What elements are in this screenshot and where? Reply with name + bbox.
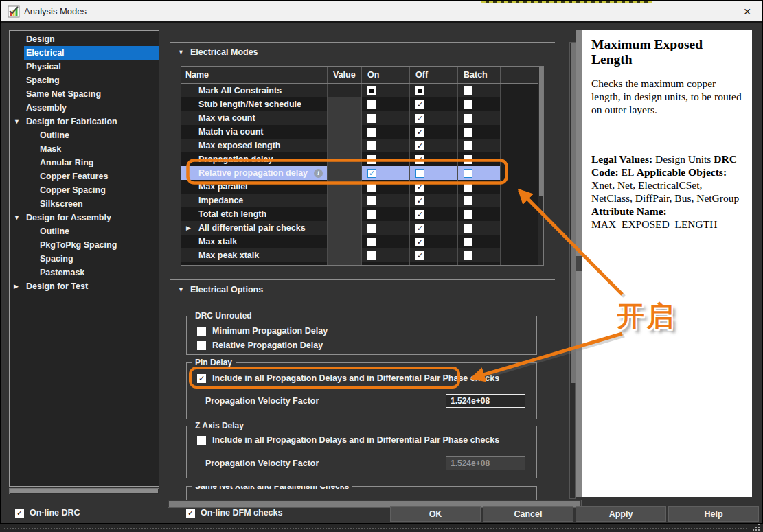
z-axis-include-checkbox[interactable] (197, 436, 206, 445)
column-header-on[interactable]: On (362, 67, 410, 83)
on-checkbox[interactable] (367, 86, 376, 95)
on-checkbox[interactable] (367, 100, 376, 109)
off-checkbox[interactable]: ✓ (415, 210, 424, 219)
sidebar-item-electrical[interactable]: Electrical (24, 46, 159, 60)
cancel-button[interactable]: Cancel (483, 506, 573, 522)
batch-checkbox[interactable] (464, 210, 472, 219)
batch-checkbox[interactable] (464, 224, 472, 233)
sidebar-hscrollbar[interactable] (9, 488, 159, 494)
off-checkbox[interactable]: ✓ (415, 114, 424, 123)
column-header-name[interactable]: Name (181, 67, 328, 83)
table-row-max-parallel[interactable]: Max parallel✓ (181, 180, 538, 194)
off-checkbox[interactable]: ✓ (415, 141, 424, 150)
batch-checkbox[interactable] (464, 183, 472, 192)
on-checkbox[interactable] (367, 141, 376, 150)
off-checkbox[interactable]: ✓ (415, 251, 424, 260)
off-checkbox[interactable] (415, 86, 424, 95)
on-checkbox[interactable] (367, 210, 376, 219)
batch-checkbox[interactable] (464, 265, 472, 266)
ok-button[interactable]: OK (390, 506, 481, 522)
on-checkbox[interactable] (367, 155, 376, 164)
batch-checkbox[interactable] (464, 100, 472, 109)
pin-delay-include-checkbox[interactable]: ✓ (197, 374, 206, 383)
off-checkbox[interactable]: ✓ (415, 128, 424, 137)
table-row-propagation-delay[interactable]: Propagation delay✓ (181, 152, 538, 166)
on-checkbox[interactable] (367, 128, 376, 137)
help-vscroll-thumb[interactable] (576, 256, 582, 271)
sidebar-item-design-for-assembly[interactable]: ▼Design for Assembly (10, 211, 159, 224)
batch-checkbox[interactable] (464, 114, 472, 123)
off-checkbox[interactable]: ✓ (415, 155, 424, 164)
row-value-cell[interactable] (328, 111, 362, 125)
row-value-cell[interactable] (328, 235, 362, 248)
help-button[interactable]: Help (668, 506, 759, 522)
row-value-cell[interactable] (328, 152, 362, 166)
row-value-cell[interactable] (328, 207, 362, 221)
row-value-cell[interactable] (328, 125, 362, 139)
sidebar-item-pastemask[interactable]: Pastemask (10, 266, 159, 279)
tree-expanded-icon[interactable]: ▼ (14, 214, 26, 221)
tree-collapsed-icon[interactable]: ▶ (14, 283, 26, 290)
on-checkbox[interactable] (367, 196, 376, 205)
off-checkbox[interactable]: ✓ (415, 183, 424, 192)
online-drc-checkbox[interactable]: ✓ (15, 509, 24, 518)
table-vscrollbar[interactable] (538, 67, 543, 265)
table-row-max-exposed-length[interactable]: Max exposed length✓ (181, 139, 538, 152)
row-value-cell[interactable] (328, 194, 362, 207)
sidebar-item-physical[interactable]: Physical (10, 60, 159, 73)
sidebar-item-design[interactable]: Design (10, 32, 159, 46)
table-row-match-via-count[interactable]: Match via count✓ (181, 125, 538, 139)
on-checkbox[interactable] (367, 114, 376, 123)
sidebar-item-spacing[interactable]: Spacing (10, 252, 159, 266)
info-icon[interactable]: i (314, 169, 323, 178)
batch-checkbox[interactable] (464, 155, 472, 164)
sidebar-item-annular-ring[interactable]: Annular Ring (10, 156, 159, 170)
batch-checkbox[interactable] (464, 238, 472, 246)
on-checkbox[interactable]: ✓ (367, 169, 376, 178)
sidebar-item-copper-features[interactable]: Copper Features (10, 170, 159, 183)
table-row-total-etch-length[interactable]: Total etch length✓ (181, 207, 538, 221)
sidebar-hscroll-thumb[interactable] (10, 489, 158, 493)
row-value-cell[interactable] (328, 97, 362, 111)
sidebar-item-design-for-fabrication[interactable]: ▼Design for Fabrication (10, 115, 159, 128)
table-row-max-via-count[interactable]: Max via count✓ (181, 111, 538, 125)
batch-checkbox[interactable] (464, 251, 472, 260)
batch-checkbox[interactable] (464, 169, 472, 178)
on-checkbox[interactable] (367, 183, 376, 192)
minimum-propagation-delay-checkbox[interactable] (197, 327, 206, 336)
row-value-cell[interactable] (328, 221, 362, 235)
sidebar-item-silkscreen[interactable]: Silkscreen (10, 197, 159, 211)
on-checkbox[interactable] (367, 265, 376, 266)
row-value-cell[interactable] (328, 262, 362, 265)
help-vscrollbar[interactable] (576, 30, 582, 497)
batch-checkbox[interactable] (464, 141, 472, 150)
tree-expanded-icon[interactable]: ▼ (14, 118, 26, 125)
table-row-stub-length-net-schedule[interactable]: Stub length/Net schedule✓ (181, 97, 538, 111)
column-header-batch[interactable]: Batch (458, 67, 501, 83)
column-header-off[interactable]: Off (410, 67, 458, 83)
off-checkbox[interactable]: ✓ (415, 100, 424, 109)
table-row-impedance[interactable]: Impedance✓ (181, 194, 538, 207)
table-row-item[interactable]: ✓ (181, 262, 538, 265)
table-row-max-peak-xtalk[interactable]: Max peak xtalk✓ (181, 248, 538, 262)
column-header-value[interactable]: Value (328, 67, 362, 83)
sidebar-item-same-net-spacing[interactable]: Same Net Spacing (10, 87, 159, 101)
electrical-options-header[interactable]: ▼ Electrical Options (178, 285, 263, 294)
batch-checkbox[interactable] (464, 128, 472, 137)
on-checkbox[interactable] (367, 251, 376, 260)
off-checkbox[interactable] (415, 169, 424, 178)
sidebar-item-outline[interactable]: Outline (10, 224, 159, 238)
pin-delay-pvf-input[interactable]: 1.524e+08 (446, 394, 525, 408)
electrical-modes-header[interactable]: ▼ Electrical Modes (178, 47, 258, 57)
sidebar-item-copper-spacing[interactable]: Copper Spacing (10, 183, 159, 197)
sidebar-item-design-for-test[interactable]: ▶Design for Test (10, 279, 159, 293)
table-row-mark-all-constraints[interactable]: Mark All Constraints (181, 84, 538, 97)
table-row-max-xtalk[interactable]: Max xtalk✓ (181, 235, 538, 248)
online-dfm-checkbox[interactable]: ✓ (186, 509, 195, 518)
table-row-all-differential-pair-checks[interactable]: ▶All differential pair checks✓ (181, 221, 538, 235)
sidebar-item-assembly[interactable]: Assembly (10, 101, 159, 115)
sidebar-item-spacing[interactable]: Spacing (10, 73, 159, 87)
sidebar-item-outline[interactable]: Outline (10, 128, 159, 142)
row-value-cell[interactable] (328, 180, 362, 194)
off-checkbox[interactable]: ✓ (415, 238, 424, 246)
